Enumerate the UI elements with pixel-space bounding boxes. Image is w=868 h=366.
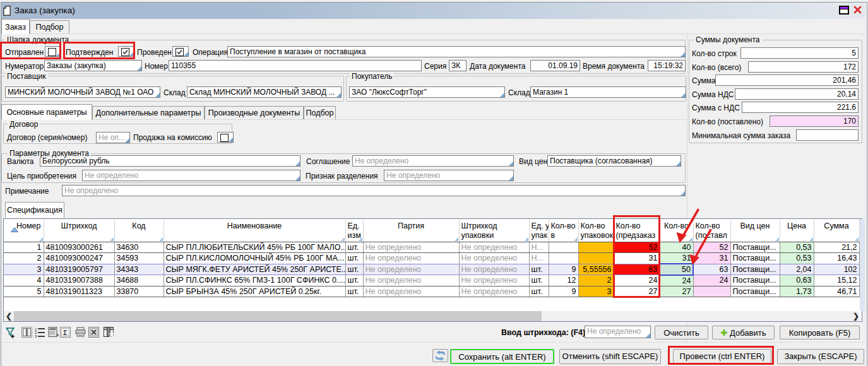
svg-text:3: 3: [35, 334, 37, 338]
svg-text:Σ: Σ: [63, 329, 68, 336]
